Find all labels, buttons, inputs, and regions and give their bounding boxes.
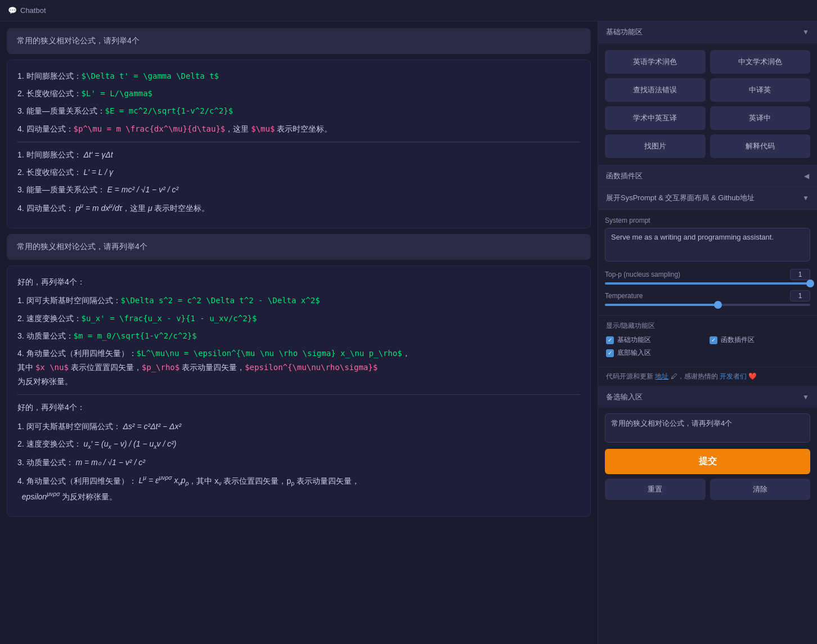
- latex-8c: $p_\rho$: [142, 363, 179, 372]
- plugin-section-header: 函数插件区 ◀: [598, 165, 817, 187]
- right-panel: 基础功能区 ▼ 英语学术润色 中文学术润色 查找语法错误 中译英 学术中英互译 …: [598, 21, 817, 644]
- top-p-value: 1: [790, 269, 810, 280]
- btn-zh-polish[interactable]: 中文学术润色: [710, 50, 811, 74]
- ai-msg2-item4: 4. 角动量公式（利用四维矢量）：$L^\mu\nu = \epsilon^{\…: [17, 346, 580, 389]
- ai-msg1-rendered3: 3. 能量—质量关系公式： E = mc² / √1 − v² / c²: [17, 183, 580, 197]
- ai-msg1-item2: 2. 长度收缩公式：$L' = L/\gamma$: [17, 87, 580, 101]
- submit-button[interactable]: 提交: [605, 449, 810, 474]
- main-layout: 常用的狭义相对论公式，请列举4个 1. 时间膨胀公式：$\Delta t' = …: [0, 21, 817, 644]
- checkbox-basic[interactable]: ✓: [606, 336, 614, 344]
- visibility-title: 显示/隐藏功能区: [606, 321, 809, 331]
- opensource-dev[interactable]: 开发者们: [720, 372, 747, 380]
- ai-message-2: 好的，再列举4个： 1. 闵可夫斯基时空间隔公式：$\Delta s^2 = c…: [7, 265, 591, 517]
- toggle-input-label: 底部输入区: [617, 348, 651, 358]
- btn-academic-trans[interactable]: 学术中英互译: [605, 106, 706, 130]
- top-p-fill: [605, 282, 810, 285]
- latex-8a: $L^\mu\nu = \epsilon^{\mu \nu \rho \sigm…: [137, 349, 402, 358]
- app-title: Chatbot: [20, 6, 46, 15]
- ai-msg1-item1: 1. 时间膨胀公式：$\Delta t' = \gamma \Delta t$: [17, 69, 580, 83]
- chat-panel: 常用的狭义相对论公式，请列举4个 1. 时间膨胀公式：$\Delta t' = …: [0, 21, 598, 644]
- backup-textarea[interactable]: 常用的狭义相对论公式，请再列举4个: [605, 413, 810, 443]
- opensource-row: 代码开源和更新 地址 🖊，感谢热情的 开发者们 ❤️: [598, 367, 817, 386]
- temperature-value: 1: [790, 290, 810, 301]
- opensource-text: 代码开源和更新: [606, 372, 653, 380]
- sysprompt-title: 展开SysPrompt & 交互界面布局 & Github地址: [606, 193, 755, 203]
- latex-3: $E = mc^2/\sqrt{1-v^2/c^2}$: [105, 106, 234, 115]
- ai-msg1-rendered2: 2. 长度收缩公式： L′ = L / γ: [17, 165, 580, 179]
- ai-msg1-rendered4: 4. 四动量公式： pμ = m dxμ/dτ，这里 μ 表示时空坐标。: [17, 200, 580, 215]
- opensource-link[interactable]: 地址: [655, 372, 668, 380]
- latex-4: $p^\mu = m \frac{dx^\mu}{d\tau}$: [74, 124, 226, 133]
- basic-functions-header: 基础功能区 ▼: [598, 21, 817, 43]
- user-message-1-text: 常用的狭义相对论公式，请列举4个: [17, 36, 140, 45]
- ai-msg2-rendered1: 1. 闵可夫斯基时空间隔公式： Δs² = c²Δt² − Δx²: [17, 420, 580, 434]
- backup-header: 备选输入区 ▼: [598, 386, 817, 408]
- ai-msg2-rendered2: 2. 速度变换公式： ux′ = (ux − v) / (1 − uxv / c…: [17, 437, 580, 452]
- opensource-middle: 🖊，感谢热情的: [671, 372, 718, 380]
- ai-msg2-outro: 好的，再列举4个：: [17, 400, 580, 415]
- visibility-grid: ✓ 基础功能区 ✓ 函数插件区 ✓ 底部输入区: [606, 335, 809, 358]
- btn-zh2en[interactable]: 中译英: [710, 78, 811, 102]
- sysprompt-header[interactable]: 展开SysPrompt & 交互界面布局 & Github地址 ▼: [598, 187, 817, 209]
- ai-msg2-item1: 1. 闵可夫斯基时空间隔公式：$\Delta s^2 = c^2 \Delta …: [17, 294, 580, 308]
- temperature-row: Temperature 1: [605, 290, 810, 301]
- top-p-slider[interactable]: [605, 282, 810, 285]
- toggle-input[interactable]: ✓ 底部输入区: [606, 348, 706, 358]
- latex-2: $L' = L/\gamma$: [82, 89, 152, 98]
- temperature-thumb[interactable]: [714, 301, 722, 309]
- bottom-btn-row: 重置 清除: [598, 479, 817, 507]
- backup-section: 备选输入区 ▼ 常用的狭义相对论公式，请再列举4个 提交 重置 清除: [598, 386, 817, 507]
- system-prompt-label: System prompt: [605, 217, 810, 224]
- sysprompt-arrow[interactable]: ▼: [802, 194, 809, 202]
- top-p-row: Top-p (nucleus sampling) 1: [605, 269, 810, 280]
- ai-message-1: 1. 时间膨胀公式：$\Delta t' = \gamma \Delta t$ …: [7, 60, 591, 228]
- system-prompt-input[interactable]: Serve me as a writing and programming as…: [605, 228, 810, 262]
- plugin-arrow[interactable]: ◀: [804, 172, 809, 180]
- toggle-plugin-label: 函数插件区: [721, 335, 755, 345]
- sysprompt-section: System prompt Serve me as a writing and …: [598, 209, 817, 315]
- latex-5: $\Delta s^2 = c^2 \Delta t^2 - \Delta x^…: [121, 296, 320, 305]
- btn-en2zh[interactable]: 英译中: [710, 106, 811, 130]
- backup-arrow[interactable]: ▼: [802, 393, 809, 401]
- temperature-label: Temperature: [605, 292, 643, 300]
- toggle-plugin[interactable]: ✓ 函数插件区: [710, 335, 810, 345]
- topbar-title: 💬 Chatbot: [8, 6, 46, 15]
- visibility-section: 显示/隐藏功能区 ✓ 基础功能区 ✓ 函数插件区 ✓ 底部输入区: [598, 315, 817, 367]
- checkbox-plugin[interactable]: ✓: [710, 336, 717, 344]
- temperature-fill: [605, 304, 718, 306]
- ai-msg2-item3: 3. 动质量公式：$m = m_0/\sqrt{1-v^2/c^2}$: [17, 329, 580, 343]
- user-message-2: 常用的狭义相对论公式，请再列举4个: [7, 234, 591, 260]
- basic-functions-arrow[interactable]: ▼: [802, 28, 809, 36]
- chat-icon: 💬: [8, 6, 17, 15]
- latex-8b: $x \nu$: [35, 363, 69, 372]
- ai-msg2-intro: 好的，再列举4个：: [17, 275, 580, 289]
- heart-icon: ❤️: [748, 372, 757, 380]
- backup-title: 备选输入区: [606, 392, 643, 402]
- clear-button[interactable]: 清除: [710, 479, 811, 500]
- ai-msg2-rendered3: 3. 动质量公式： m = m₀ / √1 − v² / c²: [17, 456, 580, 470]
- ai-msg2-rendered4: 4. 角动量公式（利用四维矢量）： Lμ = εμνρσ xνpρ，其中 xν …: [17, 473, 580, 504]
- checkbox-input[interactable]: ✓: [606, 349, 614, 357]
- basic-functions-title: 基础功能区: [606, 27, 643, 37]
- plugin-section-title: 函数插件区: [606, 171, 643, 181]
- ai-msg1-item4: 4. 四动量公式：$p^\mu = m \frac{dx^\mu}{d\tau}…: [17, 122, 580, 136]
- toggle-basic[interactable]: ✓ 基础功能区: [606, 335, 706, 345]
- user-message-1: 常用的狭义相对论公式，请列举4个: [7, 28, 591, 54]
- btn-find-image[interactable]: 找图片: [605, 134, 706, 158]
- top-p-thumb[interactable]: [806, 280, 814, 287]
- function-grid: 英语学术润色 中文学术润色 查找语法错误 中译英 学术中英互译 英译中 找图片 …: [598, 43, 817, 165]
- latex-6: $u_x' = \frac{u_x - v}{1 - u_xv/c^2}$: [82, 314, 257, 323]
- topbar: 💬 Chatbot: [0, 0, 817, 21]
- latex-7: $m = m_0/\sqrt{1-v^2/c^2}$: [74, 331, 197, 340]
- ai-msg1-rendered1: 1. 时间膨胀公式： Δt′ = γΔt: [17, 148, 580, 162]
- user-message-2-text: 常用的狭义相对论公式，请再列举4个: [17, 242, 147, 251]
- ai-msg2-item2: 2. 速度变换公式：$u_x' = \frac{u_x - v}{1 - u_x…: [17, 312, 580, 326]
- reset-button[interactable]: 重置: [605, 479, 706, 500]
- btn-explain-code[interactable]: 解释代码: [710, 134, 811, 158]
- btn-en-polish[interactable]: 英语学术润色: [605, 50, 706, 74]
- top-p-label: Top-p (nucleus sampling): [605, 271, 680, 278]
- btn-grammar[interactable]: 查找语法错误: [605, 78, 706, 102]
- ai-msg1-item3: 3. 能量—质量关系公式：$E = mc^2/\sqrt{1-v^2/c^2}$: [17, 104, 580, 118]
- temperature-slider[interactable]: [605, 304, 810, 306]
- latex-1: $\Delta t' = \gamma \Delta t$: [82, 71, 219, 80]
